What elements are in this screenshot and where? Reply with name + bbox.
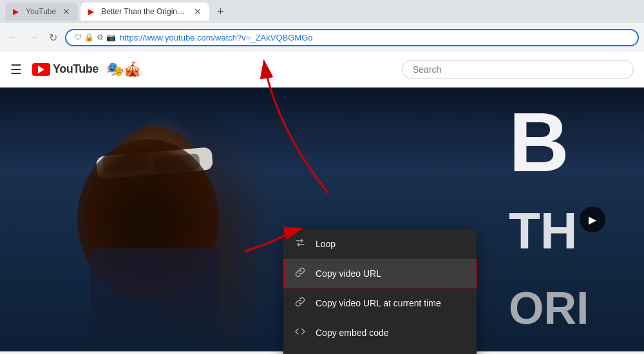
tab-video[interactable]: ▶ Better Than the Originals? The B ✕	[80, 3, 209, 21]
lock-icon: 🔒	[84, 33, 94, 42]
browser-window: ▶ YouTube ✕ ▶ Better Than the Originals?…	[0, 0, 644, 351]
letter-TH: TH	[509, 201, 631, 261]
video-tab-close[interactable]: ✕	[194, 6, 202, 17]
new-tab-button[interactable]: +	[212, 5, 229, 19]
url-bar[interactable]: 🛡 🔒 ⚙ 📷	[65, 29, 639, 46]
youtube-logo-emojis: 🎭🎪	[106, 61, 141, 78]
url-input[interactable]	[120, 33, 630, 42]
menu-item-debug[interactable]: Copy debug info	[283, 348, 477, 354]
menu-loop-label: Loop	[316, 239, 466, 249]
video-tab-favicon: ▶	[88, 7, 97, 16]
embed-icon	[294, 326, 307, 340]
youtube-header: ☰ YouTube 🎭🎪 Search	[0, 51, 644, 88]
youtube-logo-text: YouTube	[53, 62, 99, 76]
youtube-tab-title: YouTube	[26, 7, 56, 16]
menu-item-loop[interactable]: Loop	[283, 229, 477, 259]
youtube-tab-favicon: ▶	[13, 7, 22, 16]
address-bar: ← → ↻ 🛡 🔒 ⚙ 📷	[0, 23, 644, 51]
context-menu: Loop Copy video URL Copy video URL at cu…	[283, 229, 477, 354]
video-content-area: B TH ORI ▶ Loop Copy	[0, 88, 644, 351]
video-subject	[64, 88, 245, 351]
reload-button[interactable]: ↻	[46, 29, 60, 46]
menu-copy-url-time-label: Copy video URL at current time	[316, 298, 466, 308]
play-icon: ▶	[589, 214, 596, 226]
link-icon	[294, 266, 307, 281]
youtube-logo-icon	[32, 63, 50, 76]
forward-button[interactable]: →	[26, 29, 41, 46]
tab-bar: ▶ YouTube ✕ ▶ Better Than the Originals?…	[0, 0, 644, 23]
camera-icon: 📷	[106, 33, 116, 42]
search-placeholder: Search	[413, 64, 441, 75]
menu-item-copy-video-url[interactable]: Copy video URL	[283, 259, 477, 288]
tab-youtube[interactable]: ▶ YouTube ✕	[5, 3, 78, 21]
shield-icon: 🛡	[74, 33, 82, 42]
video-tab-title: Better Than the Originals? The B	[101, 7, 187, 16]
menu-copy-url-label: Copy video URL	[316, 268, 466, 279]
play-button[interactable]: ▶	[580, 207, 605, 232]
link-time-icon	[294, 296, 307, 310]
menu-embed-label: Copy embed code	[316, 328, 466, 338]
loop-icon	[294, 237, 307, 251]
youtube-play-triangle	[38, 66, 44, 73]
letter-B: B	[509, 105, 631, 180]
settings-icon: ⚙	[97, 33, 104, 42]
letter-ORI: ORI	[509, 283, 631, 334]
menu-item-copy-url-time[interactable]: Copy video URL at current time	[283, 288, 477, 318]
back-button[interactable]: ←	[5, 29, 21, 46]
search-bar[interactable]: Search	[402, 60, 634, 79]
url-security-icons: 🛡 🔒 ⚙ 📷	[74, 33, 116, 42]
youtube-logo[interactable]: YouTube 🎭🎪	[32, 61, 141, 78]
video-title-overlay: B TH ORI	[496, 88, 644, 351]
menu-item-copy-embed[interactable]: Copy embed code	[283, 318, 477, 348]
youtube-tab-close[interactable]: ✕	[62, 6, 70, 17]
hamburger-menu[interactable]: ☰	[10, 62, 22, 77]
